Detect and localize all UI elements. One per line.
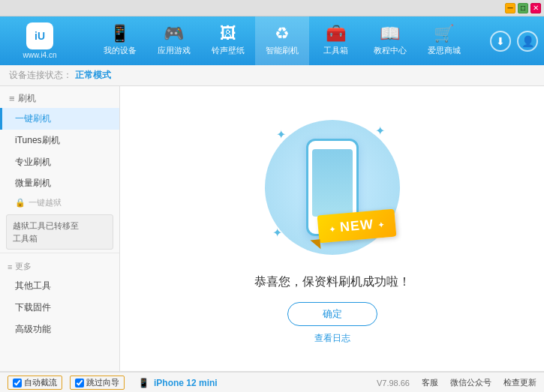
nav-toolbox-label: 工具箱 — [323, 45, 348, 56]
status-bar: 设备连接状态： 正常模式 — [0, 65, 544, 86]
star-right: ✦ — [378, 221, 386, 230]
skip-wizard-label: 跳过向导 — [86, 377, 119, 388]
sparkle-tr: ✦ — [375, 124, 385, 138]
nav-smart-flash[interactable]: ♻ 智能刷机 — [255, 16, 309, 65]
jailbreak-notice: 越狱工具已转移至工具箱 — [6, 214, 113, 250]
nav-right-buttons: ⬇ 👤 — [490, 31, 538, 52]
new-text: NEW — [340, 217, 375, 235]
confirm-button[interactable]: 确定 — [287, 302, 377, 326]
minimize-button[interactable]: ─ — [505, 3, 515, 13]
nav-store[interactable]: 🛒 爱思商城 — [417, 16, 471, 65]
bottom-section: 自动截流 跳过向导 📱 iPhone 12 mini V7.98.66 客服 微… — [0, 371, 544, 392]
sidebar-item-one-click-flash[interactable]: 一键刷机 — [0, 108, 119, 130]
flash-section-title: 刷机 — [18, 92, 36, 105]
success-message: 恭喜您，保资料刷机成功啦！ — [254, 274, 410, 290]
sidebar-item-pro-flash[interactable]: 专业刷机 — [0, 151, 119, 173]
bottom-top-row: 自动截流 跳过向导 📱 iPhone 12 mini V7.98.66 客服 微… — [0, 372, 544, 392]
version-text: V7.98.66 — [377, 379, 410, 388]
status-label: 设备连接状态： — [9, 69, 72, 82]
logo-area: iU www.i4.cn — [6, 22, 74, 59]
wallpaper-icon: 🖼 — [220, 25, 236, 42]
nav-toolbox[interactable]: 🧰 工具箱 — [309, 16, 363, 65]
skip-wizard-checkbox-item[interactable]: 跳过向导 — [70, 376, 125, 390]
smart-flash-icon: ♻ — [275, 25, 290, 42]
top-navigation: iU www.i4.cn 📱 我的设备 🎮 应用游戏 🖼 铃声壁纸 ♻ 智能刷机… — [0, 16, 544, 65]
new-badge: ✦ NEW ✦ — [317, 209, 397, 244]
logo-text: www.i4.cn — [23, 51, 56, 59]
lock-icon: 🔒 — [15, 198, 26, 208]
flash-section-icon: ≡ — [9, 93, 15, 104]
update-link[interactable]: 检查更新 — [503, 377, 536, 388]
sidebar-locked-jailbreak: 🔒 一键越狱 — [0, 194, 119, 211]
sidebar-item-save-flash[interactable]: 微量刷机 — [0, 172, 119, 194]
nav-apps-games[interactable]: 🎮 应用游戏 — [147, 16, 201, 65]
nav-smart-flash-label: 智能刷机 — [266, 45, 299, 56]
nav-tutorial-label: 教程中心 — [374, 45, 407, 56]
star-left: ✦ — [329, 225, 336, 234]
sparkle-tl: ✦ — [276, 127, 286, 142]
nav-my-device-label: 我的设备 — [104, 45, 137, 56]
sidebar-divider — [0, 253, 119, 253]
main-layout: ≡ 刷机 一键刷机 iTunes刷机 专业刷机 微量刷机 🔒 一键越狱 越狱工具… — [0, 86, 544, 371]
sidebar-more-section: ≡ 更多 — [0, 256, 119, 275]
device-icon: 📱 — [138, 378, 149, 388]
nav-store-label: 爱思商城 — [428, 45, 461, 56]
nav-my-device[interactable]: 📱 我的设备 — [93, 16, 147, 65]
device-name: iPhone 12 mini — [154, 378, 218, 388]
nav-tutorial[interactable]: 📖 教程中心 — [363, 16, 417, 65]
sparkle-bl: ✦ — [272, 226, 282, 240]
sidebar-item-download-firmware[interactable]: 下载固件 — [0, 297, 119, 319]
user-button[interactable]: 👤 — [517, 31, 538, 52]
sidebar-item-advanced[interactable]: 高级功能 — [0, 319, 119, 340]
download-button[interactable]: ⬇ — [490, 31, 511, 52]
close-button[interactable]: ✕ — [530, 3, 541, 13]
locked-label: 一键越狱 — [29, 197, 62, 208]
nav-wallpaper[interactable]: 🖼 铃声壁纸 — [201, 16, 255, 65]
phone-illustration: ✦ ✦ ✦ ✦ NEW ✦ — [257, 112, 407, 262]
nav-wallpaper-label: 铃声壁纸 — [212, 45, 245, 56]
nav-apps-games-label: 应用游戏 — [158, 45, 191, 56]
auto-speed-checkbox-item[interactable]: 自动截流 — [8, 376, 62, 390]
more-label: 更多 — [15, 261, 32, 272]
store-icon: 🛒 — [434, 25, 454, 42]
more-icon: ≡ — [8, 262, 12, 271]
sidebar: ≡ 刷机 一键刷机 iTunes刷机 专业刷机 微量刷机 🔒 一键越狱 越狱工具… — [0, 86, 120, 371]
sidebar-item-other-tools[interactable]: 其他工具 — [0, 275, 119, 297]
goto-log-link[interactable]: 查看日志 — [314, 332, 350, 345]
sidebar-item-itunes-flash[interactable]: iTunes刷机 — [0, 130, 119, 151]
my-device-icon: 📱 — [110, 25, 130, 42]
device-info: 📱 iPhone 12 mini — [138, 378, 218, 388]
skip-wizard-checkbox[interactable] — [75, 379, 84, 388]
auto-speed-label: 自动截流 — [24, 377, 57, 388]
service-link[interactable]: 客服 — [422, 377, 438, 388]
bottom-right-controls: V7.98.66 客服 微信公众号 检查更新 — [377, 377, 536, 388]
nav-items: 📱 我的设备 🎮 应用游戏 🖼 铃声壁纸 ♻ 智能刷机 🧰 工具箱 📖 教程中心… — [74, 16, 490, 65]
maximize-button[interactable]: □ — [518, 3, 528, 13]
auto-speed-checkbox[interactable] — [13, 379, 22, 388]
content-area: ✦ ✦ ✦ ✦ NEW ✦ 恭喜您，保资料刷机成功啦！ 确定 查看日志 — [120, 86, 544, 371]
apps-games-icon: 🎮 — [164, 25, 184, 42]
wechat-link[interactable]: 微信公众号 — [450, 377, 491, 388]
title-bar: ─ □ ✕ — [0, 0, 544, 16]
sidebar-section-flash: ≡ 刷机 — [0, 86, 119, 108]
status-value: 正常模式 — [75, 69, 111, 82]
phone-screen — [312, 149, 353, 217]
toolbox-icon: 🧰 — [326, 25, 346, 42]
checkbox-area: 自动截流 跳过向导 — [8, 376, 125, 390]
tutorial-icon: 📖 — [380, 25, 400, 42]
logo-icon: iU — [26, 22, 53, 49]
